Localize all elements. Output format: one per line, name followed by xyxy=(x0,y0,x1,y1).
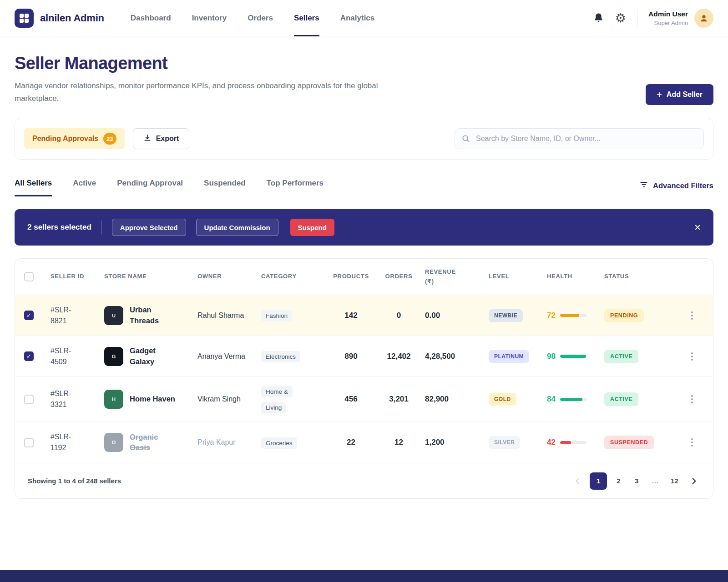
store-name: Urban Threads xyxy=(130,305,179,326)
store-name: Gadget Galaxy xyxy=(130,346,179,367)
next-page-chevron-icon[interactable] xyxy=(688,475,700,487)
table-row: ✓ #SLR-3321 H Home Haven Vikram Singh Ho… xyxy=(15,377,713,422)
health-cell: 98 xyxy=(547,352,604,361)
health-score: 72 xyxy=(547,311,556,320)
col-category: CATEGORY xyxy=(261,272,329,281)
category-badge: Electronics xyxy=(261,351,300,362)
brand-name: alnilen Admin xyxy=(40,12,104,24)
category-badge: Fashion xyxy=(261,310,292,321)
search-wrap xyxy=(455,128,704,149)
add-seller-button[interactable]: + Add Seller xyxy=(646,84,713,105)
revenue-value: 0.00 xyxy=(425,311,489,320)
filter-icon xyxy=(639,180,648,191)
store-name: Home Haven xyxy=(130,394,175,405)
store-logo: U xyxy=(104,306,123,325)
status-badge: ACTIVE xyxy=(604,350,638,363)
products-count: 22 xyxy=(329,438,373,447)
health-score: 98 xyxy=(547,352,556,361)
health-bar-fill xyxy=(560,314,579,317)
store-cell: O Organic Oasis xyxy=(104,432,197,454)
selection-divider xyxy=(101,221,102,234)
advanced-filters-button[interactable]: Advanced Filters xyxy=(639,180,713,196)
tab-suspended[interactable]: Suspended xyxy=(204,179,246,196)
col-level: LEVEL xyxy=(489,272,547,281)
page-subtitle: Manage vendor relationships, monitor per… xyxy=(15,80,388,105)
pending-approvals-button[interactable]: Pending Approvals 23 xyxy=(24,128,125,149)
tab-top-performers[interactable]: Top Performers xyxy=(267,179,324,196)
row-menu-button[interactable] xyxy=(688,392,697,406)
health-bar xyxy=(560,355,586,358)
row-checkbox[interactable]: ✓ xyxy=(24,395,34,404)
tabs-row: All SellersActivePending ApprovalSuspend… xyxy=(15,179,713,196)
user-block: Admin User Super Admin xyxy=(648,9,713,28)
check-icon: ✓ xyxy=(26,312,31,318)
row-menu-button[interactable] xyxy=(688,436,697,449)
status-badge: PENDING xyxy=(604,309,644,322)
store-logo: G xyxy=(104,347,123,366)
category-badge: Home & Living xyxy=(261,386,293,413)
settings-gear-icon[interactable]: ⚙ xyxy=(615,12,626,24)
col-store-name: STORE NAME xyxy=(104,272,197,281)
advanced-filters-label: Advanced Filters xyxy=(653,181,713,190)
revenue-value: 1,200 xyxy=(425,438,489,447)
search-icon xyxy=(461,134,470,145)
top-bar-actions: ⚙ Admin User Super Admin xyxy=(593,9,713,28)
nav-item-analytics[interactable]: Analytics xyxy=(340,0,375,36)
tab-all-sellers[interactable]: All Sellers xyxy=(15,179,52,196)
table-body: ✓ #SLR-8821 U Urban Threads Rahul Sharma… xyxy=(15,295,713,463)
plus-icon: + xyxy=(657,90,662,99)
row-menu-button[interactable] xyxy=(688,309,697,322)
table-row: ✓ #SLR-8821 U Urban Threads Rahul Sharma… xyxy=(15,295,713,336)
user-avatar[interactable] xyxy=(694,9,713,28)
row-checkbox[interactable]: ✓ xyxy=(24,311,34,320)
select-all-checkbox[interactable]: ✓ xyxy=(24,272,34,281)
page-head: Seller Management Manage vendor relation… xyxy=(15,54,713,105)
suspend-button[interactable]: Suspend xyxy=(290,219,334,236)
tab-pending-approval[interactable]: Pending Approval xyxy=(117,179,183,196)
export-button[interactable]: Export xyxy=(133,128,190,149)
table-header-row: ✓ SELLER ID STORE NAME OWNER CATEGORY PR… xyxy=(15,259,713,295)
seller-id: #SLR-1192 xyxy=(51,431,84,453)
notifications-bell-icon[interactable] xyxy=(593,12,604,24)
page-head-text: Seller Management Manage vendor relation… xyxy=(15,54,388,105)
nav-item-sellers[interactable]: Sellers xyxy=(294,0,319,36)
pagination: 123…12 xyxy=(571,472,700,490)
nav-item-inventory[interactable]: Inventory xyxy=(192,0,227,36)
results-summary: Showing 1 to 4 of 248 sellers xyxy=(28,477,121,485)
page-button-12[interactable]: 12 xyxy=(667,472,682,490)
update-commission-button[interactable]: Update Commission xyxy=(196,219,278,236)
owner-name: Ananya Verma xyxy=(197,351,248,362)
health-cell: 42 xyxy=(547,438,604,447)
col-seller-id: SELLER ID xyxy=(51,272,104,281)
tab-active[interactable]: Active xyxy=(73,179,96,196)
brand: alnilen Admin xyxy=(15,9,104,28)
row-checkbox[interactable]: ✓ xyxy=(24,351,34,361)
page-button-1[interactable]: 1 xyxy=(590,472,607,490)
owner-name: Rahul Sharma xyxy=(197,310,248,321)
health-bar xyxy=(560,441,586,444)
page-button-2[interactable]: 2 xyxy=(612,472,625,490)
selection-summary: 2 sellers selected xyxy=(27,223,91,232)
store-cell: U Urban Threads xyxy=(104,305,197,326)
sellers-table: ✓ SELLER ID STORE NAME OWNER CATEGORY PR… xyxy=(15,258,713,499)
seller-id: #SLR-8821 xyxy=(51,305,84,326)
page-button-3[interactable]: 3 xyxy=(630,472,643,490)
bottom-bar xyxy=(0,570,728,582)
store-name: Organic Oasis xyxy=(130,432,179,454)
pending-approvals-label: Pending Approvals xyxy=(32,135,98,143)
row-checkbox[interactable]: ✓ xyxy=(24,438,34,447)
tabs: All SellersActivePending ApprovalSuspend… xyxy=(15,179,324,196)
prev-page-chevron-icon[interactable] xyxy=(571,475,584,487)
col-products: PRODUCTS xyxy=(329,272,373,281)
category-cell: Fashion xyxy=(261,307,308,323)
owner-name: Vikram Singh xyxy=(197,394,248,405)
search-input[interactable] xyxy=(455,128,704,149)
add-seller-label: Add Seller xyxy=(667,90,703,99)
row-menu-button[interactable] xyxy=(688,350,697,363)
status-badge: ACTIVE xyxy=(604,392,638,406)
nav-item-dashboard[interactable]: Dashboard xyxy=(131,0,171,36)
store-logo: O xyxy=(104,433,123,452)
approve-selected-button[interactable]: Approve Selected xyxy=(112,219,186,236)
nav-item-orders[interactable]: Orders xyxy=(248,0,273,36)
close-selection-icon[interactable]: × xyxy=(694,222,701,233)
